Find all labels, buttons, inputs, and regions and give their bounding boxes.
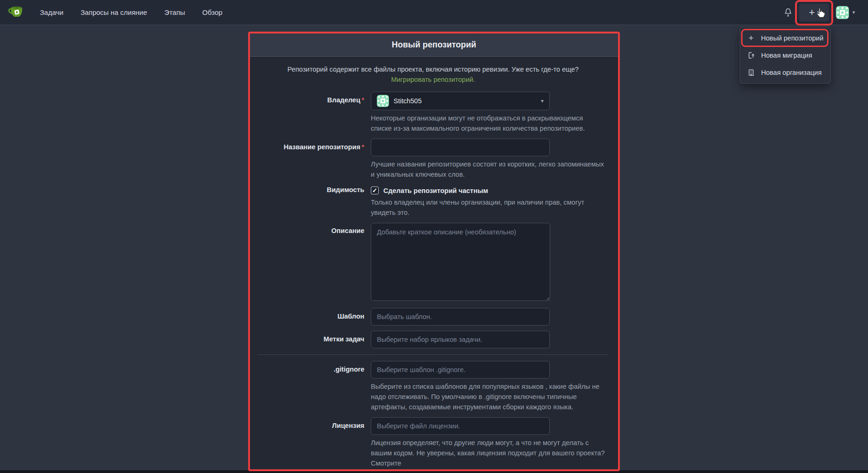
repo-name-input[interactable] [371, 139, 550, 156]
repo-name-row: Название репозитория* Лучшие названия ре… [257, 139, 609, 180]
owner-label: Владелец* [257, 92, 371, 133]
plus-icon: + [809, 7, 815, 18]
notifications-bell-icon[interactable] [784, 8, 792, 17]
create-new-wrap: + ▾ [799, 4, 829, 21]
license-label: Лицензия [257, 417, 371, 469]
owner-avatar [377, 95, 389, 107]
visibility-row: Видимость ✓ Сделать репозиторий частным … [257, 185, 609, 218]
menu-item-new-migration[interactable]: Новая миграция [740, 47, 830, 64]
template-row: Шаблон [257, 308, 609, 326]
new-repository-form-panel: Новый репозиторий Репозиторий содержит в… [248, 32, 620, 471]
nav-item-milestones[interactable]: Этапы [164, 8, 185, 16]
plus-icon: + [747, 33, 755, 42]
gitignore-row: .gitignore Выберите из списка шаблонов д… [257, 361, 609, 412]
private-checkbox-label[interactable]: Сделать репозиторий частным [383, 187, 488, 194]
intro-text: Репозиторий содержит все файлы проекта, … [288, 66, 579, 73]
nav-links: Задачи Запросы на слияние Этапы Обзор [40, 8, 223, 16]
menu-item-label: Новая миграция [761, 52, 812, 59]
required-asterisk: * [362, 96, 364, 104]
organization-icon [747, 69, 755, 76]
menu-item-new-organization[interactable]: Новая организация [740, 64, 830, 81]
create-new-button[interactable]: + ▾ [799, 4, 829, 21]
top-navbar: Задачи Запросы на слияние Этапы Обзор + … [0, 0, 868, 25]
repo-name-label-text: Название репозитория [283, 143, 360, 151]
chevron-down-icon: ▾ [817, 10, 820, 15]
description-textarea[interactable] [371, 223, 550, 301]
description-label: Описание [257, 223, 371, 303]
visibility-help-text: Только владелец или члены организации, п… [371, 197, 605, 218]
owner-row: Владелец* [257, 92, 609, 133]
private-checkbox[interactable]: ✓ [371, 187, 379, 194]
form-intro-text: Репозиторий содержит все файлы проекта, … [274, 64, 592, 85]
issue-labels-label: Метки задач [257, 331, 371, 348]
repo-name-help-text: Лучшие названия репозиториев состоят из … [371, 159, 605, 180]
owner-select[interactable]: Stitch505 ▾ [371, 92, 550, 110]
repo-name-label: Название репозитория* [257, 139, 371, 180]
nav-item-explore[interactable]: Обзор [202, 8, 222, 16]
license-help-body: Лицензия определяет, что другие люди мог… [371, 439, 605, 467]
issue-labels-row: Метки задач [257, 331, 609, 348]
template-input[interactable] [371, 308, 550, 326]
template-label: Шаблон [257, 308, 371, 326]
nav-item-issues[interactable]: Задачи [40, 8, 63, 16]
owner-help-text: Некоторые организации могут не отображат… [371, 113, 605, 133]
license-help-text: Лицензия определяет, что другие люди мог… [371, 438, 605, 469]
form-body: Репозиторий содержит все файлы проекта, … [250, 57, 618, 469]
issue-labels-input[interactable] [371, 331, 550, 348]
chevron-down-icon: ▾ [541, 98, 544, 104]
menu-item-new-repository[interactable]: + Новый репозиторий [740, 29, 830, 47]
gitignore-label: .gitignore [257, 361, 371, 412]
chevron-down-icon: ▾ [852, 10, 855, 15]
gitea-logo-icon[interactable] [7, 5, 26, 20]
form-divider [257, 354, 609, 355]
owner-label-text: Владелец [327, 96, 360, 104]
visibility-label: Видимость [257, 185, 371, 218]
owner-selected-value: Stitch505 [394, 97, 421, 105]
migrate-repository-link[interactable]: Мигрировать репозиторий. [391, 76, 475, 83]
gitignore-help-text: Выберите из списка шаблонов для популярн… [371, 381, 605, 412]
license-row: Лицензия Лицензия определяет, что другие… [257, 417, 609, 469]
migration-icon [747, 52, 755, 59]
nav-item-pull-requests[interactable]: Запросы на слияние [80, 8, 147, 16]
screen: Задачи Запросы на слияние Этапы Обзор + … [0, 0, 868, 473]
license-input[interactable] [371, 417, 550, 435]
menu-item-label: Новая организация [761, 69, 822, 76]
navbar-right: + ▾ [784, 4, 861, 21]
checkmark-icon: ✓ [372, 187, 377, 194]
gitignore-input[interactable] [371, 361, 550, 379]
description-row: Описание [257, 223, 609, 303]
user-avatar [836, 6, 849, 19]
create-new-dropdown-menu: + Новый репозиторий Новая миграция [740, 27, 831, 84]
user-menu-button[interactable]: ▾ [836, 6, 855, 19]
required-asterisk: * [362, 143, 364, 151]
form-title: Новый репозиторий [250, 33, 618, 57]
menu-item-label: Новый репозиторий [761, 34, 823, 42]
